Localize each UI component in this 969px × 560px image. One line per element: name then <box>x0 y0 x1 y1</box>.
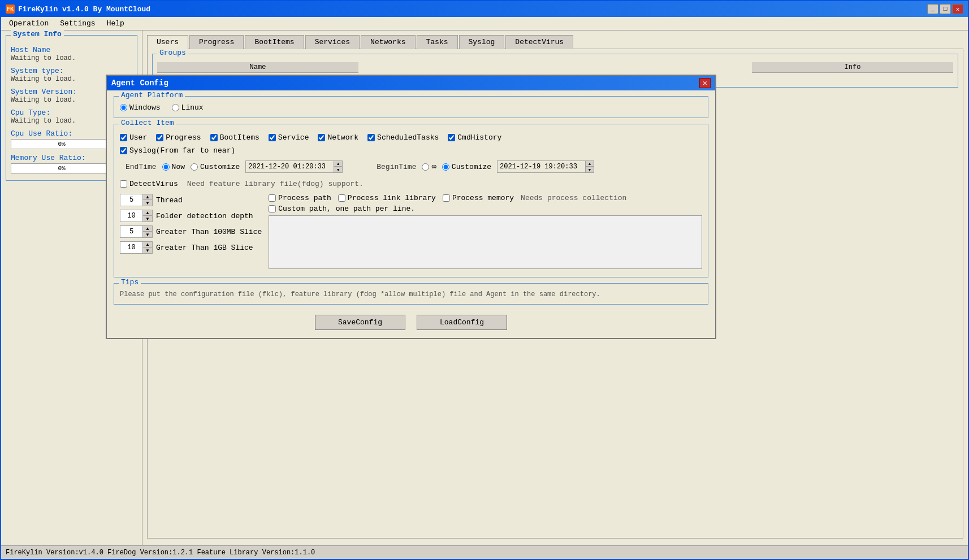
begin-time-input[interactable] <box>498 161 585 172</box>
end-time-now-radio[interactable] <box>162 163 170 171</box>
minimize-button[interactable]: _ <box>927 4 938 14</box>
end-time-customize-label: Customize <box>200 163 240 171</box>
collect-user-checkbox[interactable] <box>120 134 127 141</box>
slice-1gb-spin-down[interactable]: ▼ <box>143 248 152 253</box>
folder-depth-input[interactable] <box>120 210 143 222</box>
collect-service-checkbox[interactable] <box>269 134 276 141</box>
tab-bar: Users Progress BootItems Services Networ… <box>147 35 963 49</box>
tips-group: Tips Please put the configuration file (… <box>114 283 708 305</box>
end-time-spinner: ▲ ▼ <box>334 161 342 172</box>
folder-depth-spin-down[interactable]: ▼ <box>143 216 152 222</box>
collect-progress[interactable]: Progress <box>156 133 201 142</box>
platform-windows-option[interactable]: Windows <box>120 103 161 112</box>
save-config-button[interactable]: SaveConfig <box>315 315 405 330</box>
tips-legend: Tips <box>119 278 141 286</box>
end-time-customize-option[interactable]: Customize <box>191 163 240 171</box>
left-controls: ▲ ▼ Thread ▲ ▼ <box>120 194 262 271</box>
end-time-spin-up[interactable]: ▲ <box>334 161 342 167</box>
folder-depth-spin-up[interactable]: ▲ <box>143 210 152 216</box>
collect-bootitems-checkbox[interactable] <box>210 134 218 141</box>
right-options: Process path Process link library Proces… <box>269 194 702 271</box>
collect-scheduledtasks-checkbox[interactable] <box>367 134 375 141</box>
detectvirus-checkbox-label[interactable]: DetectVirus <box>120 180 178 188</box>
maximize-button[interactable]: □ <box>940 4 951 14</box>
needs-process-note: Needs process collection <box>521 194 626 202</box>
detectvirus-row: DetectVirus Need feature library file(fd… <box>120 177 702 190</box>
begin-time-customize-option[interactable]: Customize <box>442 163 491 171</box>
slice-100mb-spin-down[interactable]: ▼ <box>143 232 152 237</box>
end-time-input[interactable] <box>246 161 334 172</box>
process-memory-option[interactable]: Process memory <box>443 194 514 202</box>
begin-time-spin-down[interactable]: ▼ <box>586 167 594 172</box>
collect-cmdhistory-checkbox[interactable] <box>448 134 455 141</box>
collect-user[interactable]: User <box>120 133 147 142</box>
begin-time-infinity-radio[interactable] <box>422 163 429 171</box>
custom-path-textarea[interactable] <box>269 215 702 269</box>
detectvirus-checkbox[interactable] <box>120 180 127 188</box>
tab-progress[interactable]: Progress <box>189 35 244 49</box>
custom-path-checkbox[interactable] <box>269 205 276 212</box>
collect-network-checkbox[interactable] <box>318 134 325 141</box>
tab-users[interactable]: Users <box>147 35 188 49</box>
collect-service[interactable]: Service <box>269 133 309 142</box>
agent-platform-legend: Agent Platform <box>119 91 185 99</box>
end-time-customize-radio[interactable] <box>191 163 198 171</box>
menu-bar: Operation Settings Help <box>1 17 968 31</box>
process-path-checkbox[interactable] <box>269 194 276 202</box>
begin-time-input-wrapper: ▲ ▼ <box>497 160 594 173</box>
system-type-label: System type: <box>11 67 132 75</box>
tab-services[interactable]: Services <box>305 35 360 49</box>
process-memory-checkbox[interactable] <box>443 194 450 202</box>
thread-spinbox-input[interactable] <box>120 194 143 206</box>
slice-100mb-input[interactable] <box>120 226 143 237</box>
tab-tasks[interactable]: Tasks <box>417 35 458 49</box>
collect-scheduledtasks[interactable]: ScheduledTasks <box>367 133 439 142</box>
platform-linux-option[interactable]: Linux <box>172 103 204 112</box>
slice-100mb-arrows: ▲ ▼ <box>143 226 152 237</box>
platform-linux-radio[interactable] <box>172 104 179 111</box>
end-time-spin-down[interactable]: ▼ <box>334 167 342 172</box>
agent-config-modal: Agent Config ✕ Agent Platform Windows Li… <box>106 75 716 339</box>
slice-100mb-spin-up[interactable]: ▲ <box>143 226 152 232</box>
begin-time-customize-radio[interactable] <box>442 163 449 171</box>
menu-settings[interactable]: Settings <box>54 18 101 29</box>
end-time-now-option[interactable]: Now <box>162 163 185 171</box>
thread-spin-up[interactable]: ▲ <box>143 194 152 200</box>
menu-help[interactable]: Help <box>101 18 130 29</box>
process-link-library-option[interactable]: Process link library <box>338 194 436 202</box>
collect-service-label: Service <box>278 133 309 142</box>
slice-100mb-label: Greater Than 100MB Slice <box>156 228 262 236</box>
begin-time-infinity-option[interactable]: ∞ <box>422 162 436 171</box>
tab-bootitems[interactable]: BootItems <box>245 35 304 49</box>
begin-time-spin-up[interactable]: ▲ <box>586 161 594 167</box>
syslog-checkbox[interactable] <box>120 147 127 154</box>
custom-path-option[interactable]: Custom path, one path per line. <box>269 205 415 213</box>
thread-area: ▲ ▼ Thread ▲ ▼ <box>120 194 702 271</box>
platform-windows-radio[interactable] <box>120 104 127 111</box>
slice-1gb-spin-up[interactable]: ▲ <box>143 242 152 248</box>
slice-1gb-input[interactable] <box>120 242 143 253</box>
collect-network[interactable]: Network <box>318 133 358 142</box>
syslog-checkbox-label[interactable]: Syslog(From far to near) <box>120 146 235 155</box>
thread-spin-down[interactable]: ▼ <box>143 200 152 206</box>
tab-detectvirus[interactable]: DetectVirus <box>505 35 573 49</box>
slice-1gb-spinbox-row: ▲ ▼ Greater Than 1GB Slice <box>120 241 262 254</box>
agent-platform-radios: Windows Linux <box>120 103 702 112</box>
collect-item-checkboxes: User Progress BootItems Service <box>120 133 702 142</box>
slice-1gb-spinbox: ▲ ▼ <box>120 241 153 254</box>
process-path-option[interactable]: Process path <box>269 194 331 202</box>
syslog-label: Syslog(From far to near) <box>129 146 235 155</box>
close-window-button[interactable]: ✕ <box>952 4 963 14</box>
status-bar: FireKylin Version:v1.4.0 FireDog Version… <box>1 545 968 559</box>
collect-cmdhistory[interactable]: CmdHistory <box>448 133 501 142</box>
menu-operation[interactable]: Operation <box>3 18 54 29</box>
collect-progress-checkbox[interactable] <box>156 134 163 141</box>
tab-syslog[interactable]: Syslog <box>459 35 505 49</box>
slice-1gb-label: Greater Than 1GB Slice <box>156 244 253 252</box>
tab-networks[interactable]: Networks <box>361 35 415 49</box>
load-config-button[interactable]: LoadConfig <box>417 315 507 330</box>
collect-bootitems[interactable]: BootItems <box>210 133 259 142</box>
process-path-label: Process path <box>278 194 331 202</box>
process-link-library-checkbox[interactable] <box>338 194 345 202</box>
modal-close-button[interactable]: ✕ <box>699 78 711 88</box>
